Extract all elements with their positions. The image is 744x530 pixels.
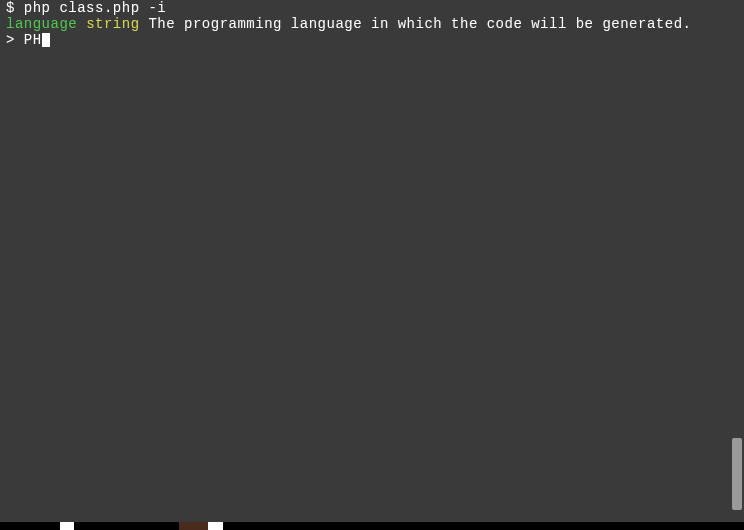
input-line[interactable]: > PH [6, 32, 738, 48]
command-text: php class.php -i [24, 0, 166, 16]
param-type: string [86, 16, 139, 32]
param-name: language [6, 16, 77, 32]
cursor [42, 33, 50, 47]
command-line: $ php class.php -i [6, 0, 738, 16]
scrollbar-thumb[interactable] [732, 438, 742, 510]
param-description: The programming language in which the co… [140, 16, 692, 32]
terminal-output[interactable]: $ php class.php -i language string The p… [0, 0, 744, 48]
user-input: PH [24, 32, 42, 48]
input-prompt: > [6, 32, 24, 48]
bottom-bar [0, 522, 744, 530]
shell-prompt: $ [6, 0, 24, 16]
output-line: language string The programming language… [6, 16, 738, 32]
